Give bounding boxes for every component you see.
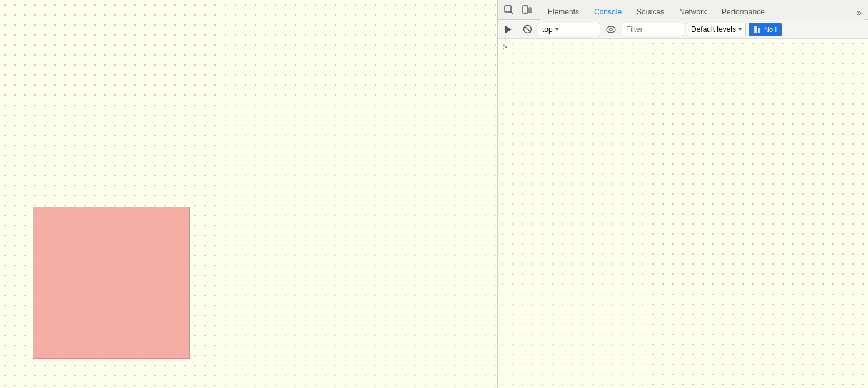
- tab-network[interactable]: Network: [672, 4, 714, 21]
- pink-rectangle: [33, 207, 190, 359]
- page-viewport: [0, 0, 497, 388]
- svg-point-3: [525, 12, 525, 13]
- console-toolbar: top ▾ Default levels ▾ No I: [498, 20, 868, 39]
- tab-performance[interactable]: Performance: [714, 4, 772, 21]
- context-value: top: [542, 25, 553, 34]
- log-levels-selector[interactable]: Default levels ▾: [687, 23, 746, 36]
- no-issues-label: No I: [764, 26, 777, 33]
- console-prompt-line: >: [503, 41, 863, 53]
- levels-label: Default levels: [691, 25, 736, 34]
- svg-rect-2: [529, 8, 531, 13]
- context-dropdown-icon: ▾: [555, 26, 558, 33]
- svg-line-6: [524, 26, 530, 33]
- svg-point-7: [607, 26, 615, 33]
- devtools-top-toolbar: Elements Console Sources Network Perform…: [498, 0, 868, 20]
- svg-marker-4: [505, 26, 512, 33]
- live-expressions-button[interactable]: [603, 21, 619, 38]
- context-selector[interactable]: top ▾: [538, 23, 600, 36]
- devtools-panel: Elements Console Sources Network Perform…: [497, 0, 868, 388]
- tab-sources[interactable]: Sources: [629, 4, 672, 21]
- filter-input[interactable]: [622, 23, 684, 36]
- more-tabs-button[interactable]: »: [853, 5, 865, 20]
- svg-rect-10: [758, 28, 760, 33]
- run-script-button[interactable]: [500, 21, 517, 38]
- levels-dropdown-icon: ▾: [739, 26, 742, 33]
- tab-console[interactable]: Console: [587, 4, 629, 21]
- tab-elements[interactable]: Elements: [540, 4, 587, 21]
- devtools-tabs: Elements Console Sources Network Perform…: [540, 0, 865, 20]
- svg-rect-1: [523, 6, 528, 13]
- clear-console-button[interactable]: [519, 21, 535, 38]
- console-chevron-icon: >: [503, 43, 507, 51]
- svg-point-8: [610, 28, 612, 30]
- device-toolbar-button[interactable]: [518, 1, 535, 19]
- console-output-area[interactable]: >: [498, 39, 868, 388]
- svg-rect-9: [754, 26, 757, 33]
- inspect-element-button[interactable]: [500, 1, 518, 19]
- issues-count-badge[interactable]: No I: [749, 23, 782, 36]
